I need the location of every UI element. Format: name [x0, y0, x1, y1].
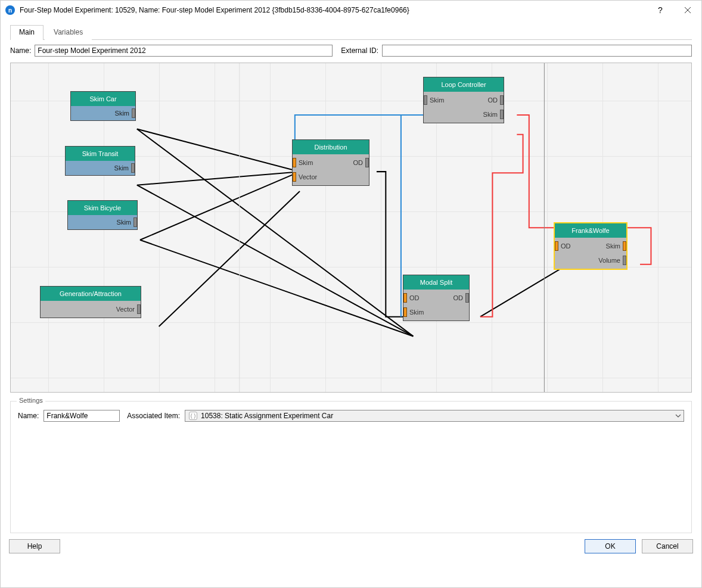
- help-icon[interactable]: ?: [647, 1, 674, 20]
- port-label: Skim: [117, 219, 131, 226]
- settings-legend: Settings: [17, 397, 45, 404]
- name-input[interactable]: [35, 45, 333, 57]
- node-skim-car[interactable]: Skim Car Skim: [70, 91, 136, 121]
- cancel-button[interactable]: Cancel: [642, 539, 693, 553]
- port-label: Skim: [299, 159, 313, 166]
- port-label: OD: [353, 159, 364, 166]
- help-button[interactable]: Help: [9, 539, 60, 553]
- node-distribution[interactable]: Distribution Skim OD Vector: [292, 139, 369, 186]
- port-label: OD: [453, 294, 464, 301]
- port-label: Vector: [116, 306, 135, 313]
- associated-item-label: Associated Item:: [127, 412, 180, 420]
- node-loop-controller[interactable]: Loop Controller Skim OD Skim: [423, 77, 504, 123]
- port-label: OD: [409, 294, 420, 301]
- chevron-down-icon: [675, 412, 681, 421]
- window-title: Four-Step Model Experiment: 10529, Name:…: [20, 6, 647, 14]
- graph-canvas[interactable]: Skim Car Skim Skim Transit Skim Skim Bic…: [10, 63, 692, 393]
- port-out[interactable]: [137, 304, 141, 314]
- port-in-od[interactable]: [555, 241, 558, 251]
- port-label: Skim: [430, 97, 444, 104]
- external-id-label: External ID:: [341, 46, 378, 55]
- port-label: Volume: [598, 257, 620, 264]
- node-title: Modal Split: [403, 275, 469, 290]
- name-label: Name:: [10, 46, 31, 55]
- settings-panel: Settings Name: Associated Item: ( ) 1053…: [10, 401, 692, 533]
- titlebar: n Four-Step Model Experiment: 10529, Nam…: [1, 1, 701, 20]
- port-out-volume[interactable]: [623, 256, 626, 265]
- port-label: Skim: [483, 111, 498, 118]
- node-skim-bicycle[interactable]: Skim Bicycle Skim: [67, 200, 138, 230]
- node-title: Distribution: [293, 140, 369, 154]
- port-out[interactable]: [132, 108, 135, 118]
- external-id-input[interactable]: [382, 45, 692, 57]
- node-generation[interactable]: Generation/Attraction Vector: [40, 286, 141, 318]
- dialog-footer: Help OK Cancel: [1, 533, 701, 562]
- port-in-vector[interactable]: [293, 172, 296, 182]
- port-out-skim[interactable]: [623, 241, 626, 251]
- port-out-od[interactable]: [465, 293, 469, 303]
- port-in-skim[interactable]: [293, 158, 296, 167]
- port-label: OD: [561, 242, 571, 250]
- node-title: Frank&Wolfe: [555, 223, 626, 238]
- node-frank-wolfe[interactable]: Frank&Wolfe OD Skim Volume: [554, 223, 627, 269]
- port-label: Vector: [299, 173, 317, 181]
- port-label: Skim: [114, 164, 129, 172]
- port-label: Skim: [115, 110, 129, 117]
- port-out[interactable]: [131, 163, 135, 173]
- port-label: Skim: [606, 242, 620, 250]
- port-label: Skim: [409, 309, 424, 316]
- tab-variables[interactable]: Variables: [45, 25, 92, 40]
- item-type-icon: ( ): [189, 412, 197, 420]
- node-skim-transit[interactable]: Skim Transit Skim: [65, 146, 135, 176]
- node-title: Loop Controller: [424, 77, 504, 92]
- name-row: Name: External ID:: [10, 45, 692, 57]
- settings-name-input[interactable]: [44, 410, 120, 422]
- port-in-skim[interactable]: [424, 95, 427, 105]
- associated-item-combo[interactable]: ( ) 10538: Static Assignment Experiment …: [185, 410, 684, 422]
- node-modal-split[interactable]: Modal Split OD OD Skim: [403, 275, 470, 321]
- node-title: Skim Car: [71, 92, 135, 106]
- node-title: Skim Bicycle: [68, 201, 137, 215]
- port-in-skim[interactable]: [403, 307, 407, 317]
- port-in-od[interactable]: [403, 293, 407, 303]
- node-title: Generation/Attraction: [41, 287, 141, 301]
- tab-bar: Main Variables: [10, 24, 692, 40]
- node-title: Skim Transit: [66, 147, 135, 161]
- port-out-od[interactable]: [500, 95, 504, 105]
- ok-button[interactable]: OK: [585, 539, 636, 553]
- close-icon[interactable]: [674, 1, 701, 20]
- associated-item-value: 10538: Static Assignment Experiment Car: [201, 412, 333, 420]
- tab-main[interactable]: Main: [10, 25, 44, 40]
- port-label: OD: [488, 97, 498, 104]
- settings-name-label: Name:: [18, 412, 39, 420]
- port-out-skim[interactable]: [500, 110, 504, 119]
- app-icon: n: [5, 5, 15, 15]
- port-out-od[interactable]: [365, 158, 369, 167]
- port-out[interactable]: [133, 217, 137, 227]
